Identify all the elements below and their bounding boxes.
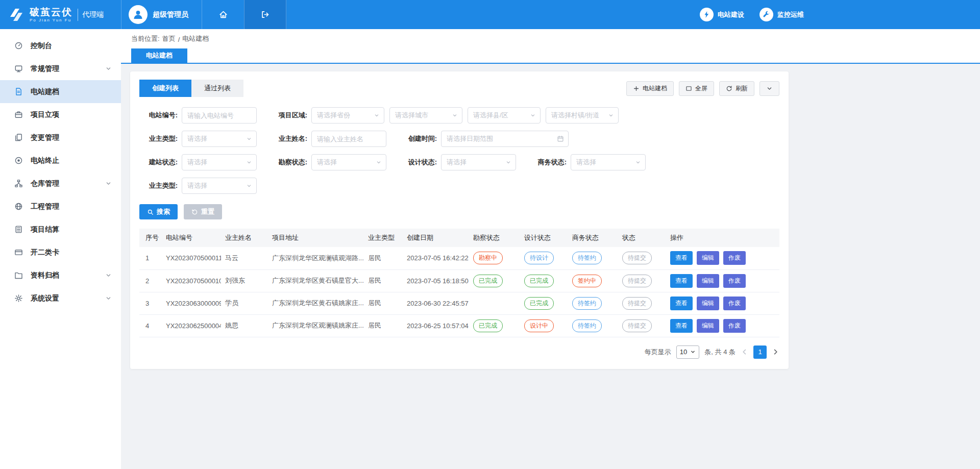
engineering-icon	[14, 202, 23, 211]
create-time-input[interactable]: 请选择日期范围	[441, 131, 569, 147]
page-tab-station-filing[interactable]: 电站建档	[131, 48, 187, 63]
filter-label: 业主姓名:	[269, 134, 307, 143]
header-quick-links: 电站建设监控运维	[700, 0, 804, 29]
owner-name-input[interactable]	[311, 131, 386, 147]
user-menu[interactable]: 超级管理员	[121, 0, 202, 29]
list-tabs: 创建列表通过列表	[139, 80, 243, 97]
terminate-icon	[14, 156, 23, 165]
station-code-input[interactable]	[182, 107, 257, 124]
chevron-down-icon	[246, 136, 252, 142]
cell-status: 待提交	[618, 314, 666, 337]
chevron-down-icon	[505, 159, 511, 165]
void-button[interactable]: 作废	[723, 297, 746, 310]
edit-button[interactable]: 编辑	[697, 274, 719, 288]
filter-label: 商务状态:	[528, 158, 567, 167]
sidebar-item-engineering-management[interactable]: 工程管理	[0, 195, 121, 218]
next-page-button[interactable]	[772, 348, 779, 356]
prev-page-button[interactable]	[741, 348, 748, 356]
reset-icon	[191, 209, 198, 215]
table-row: 1YX2023070500011马云广东深圳龙华区观澜镇观湖路...居民2023…	[139, 247, 779, 269]
fullscreen-button[interactable]: 全屏	[679, 81, 714, 96]
sidebar-item-general-management[interactable]: 常规管理	[0, 57, 121, 80]
page-size-select[interactable]: 10	[676, 345, 699, 359]
column-header: 电站编号	[162, 229, 221, 247]
edit-button[interactable]: 编辑	[697, 297, 719, 310]
page-number-1[interactable]: 1	[753, 345, 767, 359]
create-station-button[interactable]: 电站建档	[626, 81, 674, 96]
sidebar-item-system-settings[interactable]: 系统设置	[0, 287, 121, 310]
cell-index: 4	[139, 314, 162, 337]
town-select[interactable]: 请选择村镇/街道	[546, 107, 619, 124]
status-badge: 待签约	[572, 319, 602, 332]
user-name: 超级管理员	[153, 10, 188, 19]
home-icon	[218, 10, 228, 19]
status-badge: 已完成	[473, 319, 503, 332]
cell-design-status: 设计中	[520, 314, 568, 337]
portal-label: 代理端	[82, 10, 104, 19]
cell-actions: 查看编辑作废	[666, 314, 779, 337]
logout-button[interactable]	[244, 0, 286, 29]
sidebar-item-data-archive[interactable]: 资料归档	[0, 264, 121, 287]
search-button[interactable]: 搜索	[139, 204, 178, 219]
province-select[interactable]: 请选择省份	[311, 107, 384, 124]
city-select[interactable]: 请选择城市	[389, 107, 462, 124]
void-button[interactable]: 作废	[723, 251, 746, 265]
cell-owner-type: 居民	[364, 247, 403, 269]
collapse-button[interactable]	[760, 81, 779, 96]
column-header: 序号	[139, 229, 162, 247]
sidebar: 控制台常规管理电站建档项目立项变更管理电站终止仓库管理工程管理项目结算开二类卡资…	[0, 29, 121, 469]
home-button[interactable]	[202, 0, 244, 29]
owner-type-select[interactable]: 请选择	[182, 131, 257, 147]
status-badge: 勘察中	[473, 252, 503, 264]
sidebar-item-project-settlement[interactable]: 项目结算	[0, 218, 121, 241]
cell-actions: 查看编辑作废	[666, 269, 779, 292]
refresh-icon	[726, 85, 732, 92]
sidebar-item-console[interactable]: 控制台	[0, 34, 121, 57]
survey-status-select[interactable]: 请选择	[311, 154, 386, 170]
edit-button[interactable]: 编辑	[697, 319, 719, 333]
business-status-select[interactable]: 请选择	[571, 154, 646, 170]
build-status-select[interactable]: 请选择	[182, 154, 257, 170]
county-select[interactable]: 请选择县/区	[468, 107, 541, 124]
reset-button[interactable]: 重置	[184, 204, 222, 219]
filter-label: 业主类型:	[139, 181, 178, 190]
settlement-icon	[14, 225, 23, 234]
owner-type-2-select[interactable]: 请选择	[182, 178, 257, 194]
refresh-button[interactable]: 刷新	[719, 81, 754, 96]
sidebar-item-station-termination[interactable]: 电站终止	[0, 149, 121, 172]
status-badge: 待签约	[572, 297, 602, 310]
tab-create-list[interactable]: 创建列表	[139, 80, 191, 97]
void-button[interactable]: 作废	[723, 319, 746, 333]
cell-owner-name: 马云	[221, 247, 268, 269]
cell-business-status: 待签约	[568, 247, 618, 269]
void-button[interactable]: 作废	[723, 274, 746, 288]
calendar-icon	[557, 135, 564, 142]
warehouse-icon	[14, 179, 23, 188]
edit-button[interactable]: 编辑	[697, 251, 719, 265]
table-row: 2YX2023070500010刘强东广东深圳龙华区黄石镇星官大...居民202…	[139, 269, 779, 292]
filter-label: 设计状态:	[399, 158, 437, 167]
view-button[interactable]: 查看	[670, 319, 693, 333]
sidebar-item-project-initiation[interactable]: 项目立项	[0, 103, 121, 126]
status-badge: 待提交	[622, 275, 652, 287]
breadcrumb-home[interactable]: 首页	[162, 34, 176, 43]
quick-link-monitor-ops[interactable]: 监控运维	[760, 8, 804, 21]
sidebar-item-class2-card[interactable]: 开二类卡	[0, 241, 121, 264]
tab-passed-list[interactable]: 通过列表	[191, 80, 243, 97]
sidebar-item-station-filing[interactable]: 电站建档	[0, 80, 121, 103]
sidebar-item-warehouse-management[interactable]: 仓库管理	[0, 172, 121, 195]
view-button[interactable]: 查看	[670, 274, 693, 288]
toolbar: 电站建档全屏刷新	[626, 81, 779, 96]
cell-survey-status: 已完成	[469, 269, 520, 292]
view-button[interactable]: 查看	[670, 251, 693, 265]
view-button[interactable]: 查看	[670, 297, 693, 310]
quick-link-station-build[interactable]: 电站建设	[700, 8, 744, 21]
status-badge: 已完成	[524, 297, 554, 310]
sidebar-item-change-management[interactable]: 变更管理	[0, 126, 121, 149]
column-header: 商务状态	[568, 229, 618, 247]
dashboard-icon	[14, 41, 23, 50]
design-status-select[interactable]: 请选择	[441, 154, 516, 170]
plus-icon	[633, 85, 640, 92]
filter-field-station-code: 电站编号:	[139, 107, 257, 124]
filter-label: 电站编号:	[139, 111, 178, 120]
